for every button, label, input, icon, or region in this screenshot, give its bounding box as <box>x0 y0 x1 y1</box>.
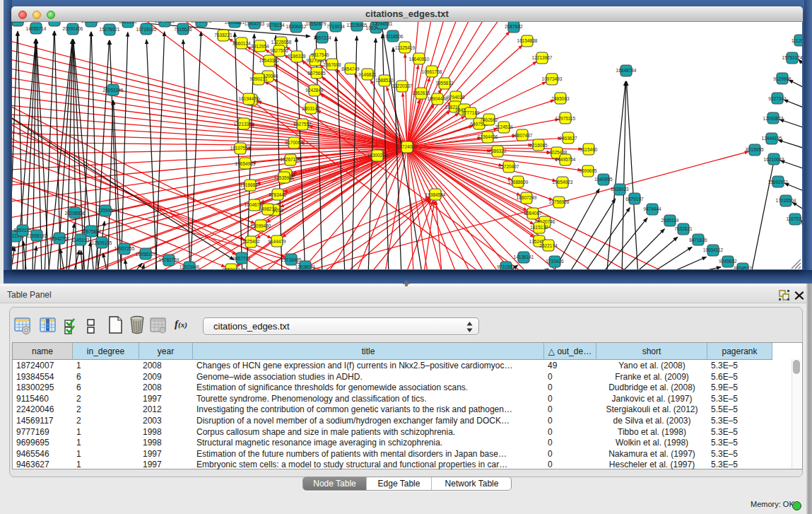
svg-text:12975115: 12975115 <box>555 116 576 121</box>
svg-text:6466160: 6466160 <box>119 22 137 24</box>
svg-text:1167533: 1167533 <box>787 216 802 221</box>
svg-text:7632621: 7632621 <box>674 226 693 231</box>
svg-text:19573528: 19573528 <box>45 22 65 23</box>
svg-text:8454749: 8454749 <box>341 66 360 71</box>
svg-text:9794028: 9794028 <box>447 95 465 100</box>
svg-text:9699695: 9699695 <box>579 168 597 173</box>
svg-text:1733426: 1733426 <box>546 259 564 264</box>
svg-text:1588520: 1588520 <box>375 78 394 83</box>
svg-text:19099480: 19099480 <box>251 223 271 228</box>
svg-text:8938923: 8938923 <box>611 187 629 192</box>
svg-text:16107551: 16107551 <box>230 146 251 151</box>
svg-text:1615132: 1615132 <box>530 225 548 230</box>
svg-text:30975887: 30975887 <box>81 229 102 234</box>
svg-text:3498212: 3498212 <box>259 206 277 211</box>
svg-text:13267130: 13267130 <box>281 157 301 162</box>
svg-text:2367608: 2367608 <box>323 62 341 67</box>
svg-text:15720407: 15720407 <box>499 164 519 169</box>
svg-text:9084067: 9084067 <box>524 211 542 216</box>
svg-text:10961758: 10961758 <box>422 69 442 74</box>
svg-text:7719034: 7719034 <box>326 24 345 29</box>
svg-text:8675685: 8675685 <box>307 71 326 76</box>
svg-text:9245652: 9245652 <box>719 259 737 264</box>
svg-text:10543382: 10543382 <box>259 58 280 63</box>
svg-text:9115460: 9115460 <box>580 147 598 152</box>
svg-text:8912954: 8912954 <box>251 44 269 49</box>
svg-text:17359934: 17359934 <box>95 208 116 213</box>
svg-text:19166827: 19166827 <box>240 182 261 187</box>
svg-text:20919346: 20919346 <box>192 22 212 23</box>
svg-text:16648784: 16648784 <box>616 68 637 73</box>
svg-text:7515526: 7515526 <box>174 27 192 32</box>
svg-text:9474444: 9474444 <box>643 206 661 211</box>
svg-text:18724007: 18724007 <box>397 144 418 149</box>
svg-text:12213369: 12213369 <box>234 122 254 127</box>
svg-text:18300295: 18300295 <box>367 153 388 158</box>
svg-text:1112034: 1112034 <box>792 38 802 43</box>
svg-text:15716485: 15716485 <box>281 257 302 262</box>
svg-text:19654983: 19654983 <box>235 161 256 166</box>
svg-text:16093821: 16093821 <box>225 22 245 25</box>
svg-text:19654923: 19654923 <box>553 180 573 185</box>
svg-text:7386322: 7386322 <box>488 148 507 153</box>
svg-text:1145193: 1145193 <box>72 238 90 243</box>
svg-text:19904448: 19904448 <box>428 96 448 101</box>
svg-text:14055714: 14055714 <box>26 26 47 31</box>
svg-text:8359214: 8359214 <box>12 22 27 23</box>
svg-text:15751074: 15751074 <box>782 55 802 60</box>
svg-text:10688609: 10688609 <box>508 180 529 185</box>
svg-text:2935114: 2935114 <box>661 218 679 223</box>
svg-text:15276021: 15276021 <box>100 27 120 32</box>
svg-text:9827506: 9827506 <box>270 48 288 53</box>
svg-text:8215955: 8215955 <box>746 147 764 152</box>
svg-text:8471626: 8471626 <box>689 238 707 243</box>
svg-text:8783442: 8783442 <box>269 192 287 197</box>
svg-text:16210643: 16210643 <box>764 157 784 162</box>
svg-text:7638221: 7638221 <box>214 33 233 37</box>
svg-text:9146821: 9146821 <box>358 72 377 77</box>
svg-text:9777169: 9777169 <box>461 110 480 115</box>
svg-text:13535941: 13535941 <box>274 175 295 180</box>
svg-text:15692971: 15692971 <box>768 180 789 185</box>
svg-text:10552879: 10552879 <box>306 22 326 26</box>
svg-text:9227343: 9227343 <box>768 96 787 101</box>
svg-text:10671355: 10671355 <box>155 22 175 23</box>
svg-text:18306412: 18306412 <box>286 24 307 29</box>
svg-text:10958107: 10958107 <box>136 252 156 257</box>
svg-text:8350115: 8350115 <box>14 228 32 233</box>
svg-text:10807487: 10807487 <box>512 133 533 138</box>
svg-text:13228465: 13228465 <box>347 23 367 28</box>
svg-text:9144479: 9144479 <box>268 239 286 244</box>
svg-text:9457791: 9457791 <box>233 256 251 261</box>
svg-text:7955812: 7955812 <box>435 81 454 86</box>
svg-text:9731584: 9731584 <box>497 264 515 269</box>
svg-text:17957255: 17957255 <box>114 246 135 251</box>
svg-text:18640910: 18640910 <box>409 57 430 62</box>
svg-text:7462662: 7462662 <box>480 117 498 122</box>
svg-text:16782759: 16782759 <box>159 257 180 262</box>
svg-text:12638071: 12638071 <box>295 264 316 269</box>
svg-text:12505135: 12505135 <box>92 240 112 245</box>
svg-text:12213967: 12213967 <box>532 55 553 60</box>
svg-text:17016504: 17016504 <box>776 198 796 203</box>
svg-text:11568193: 11568193 <box>27 233 47 238</box>
svg-text:21364436: 21364436 <box>478 134 498 139</box>
svg-text:2087682: 2087682 <box>505 24 523 29</box>
svg-text:11325419: 11325419 <box>395 45 416 50</box>
svg-text:9129966: 9129966 <box>773 76 792 81</box>
svg-text:12942757: 12942757 <box>49 236 70 241</box>
svg-text:8170064: 8170064 <box>285 140 303 145</box>
svg-text:16154838: 16154838 <box>517 38 538 43</box>
svg-text:10973493: 10973493 <box>542 76 563 81</box>
svg-text:7485063: 7485063 <box>551 96 570 101</box>
svg-text:9390211: 9390211 <box>250 76 268 81</box>
svg-text:8186328: 8186328 <box>288 54 306 59</box>
svg-text:20053346: 20053346 <box>103 88 124 93</box>
svg-text:20091406: 20091406 <box>63 26 83 31</box>
svg-text:1362615: 1362615 <box>412 90 430 95</box>
svg-text:6879197: 6879197 <box>625 197 644 201</box>
svg-text:13220337: 13220337 <box>392 83 413 88</box>
svg-text:8660124: 8660124 <box>233 41 251 46</box>
svg-text:9650112: 9650112 <box>223 267 240 269</box>
svg-text:10756928: 10756928 <box>549 199 570 204</box>
